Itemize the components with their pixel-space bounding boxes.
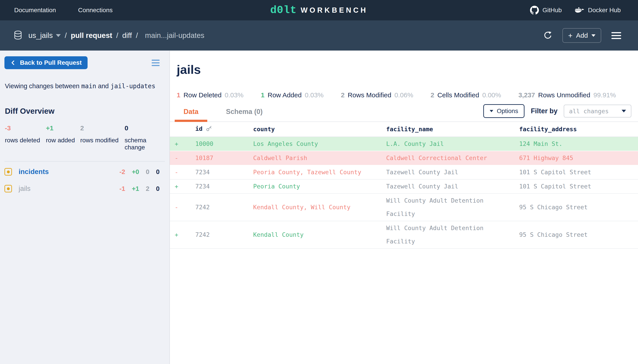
docker-icon <box>574 6 584 14</box>
cell-facility-name: Will County Adult Detention Facility <box>386 221 519 248</box>
github-link[interactable]: GitHub <box>530 6 562 15</box>
cell-facility-name: Will County Adult Detention Facility <box>386 194 519 221</box>
options-button-label: Options <box>497 108 518 114</box>
branch-to: jail-updates <box>110 82 155 90</box>
stat-rows-modified: 2 Rows Modified 0.06% <box>341 91 414 99</box>
diff-sidebar: Back to Pull Request Viewing changes bet… <box>0 50 170 364</box>
filter-select[interactable]: all changes <box>564 105 631 118</box>
table-row-modified-after: + 7242 Kendall County Will County Adult … <box>170 221 638 248</box>
stat-row-added: 1 Row Added 0.03% <box>261 91 324 99</box>
options-button[interactable]: Options <box>483 104 525 118</box>
top-navigation-bar: Documentation Connections d0lt WORKBENCH… <box>0 0 638 20</box>
breadcrumb-separator: / <box>116 31 118 40</box>
cell-county: Kendall County <box>253 221 386 248</box>
breadcrumb: us_jails / pull request / diff / main...… <box>13 30 204 41</box>
cell-id: 7242 <box>195 194 253 221</box>
cell-facility-address: 95 S Chicago Street <box>519 194 638 221</box>
dolt-workbench-logo: d0lt WORKBENCH <box>270 4 368 16</box>
cell-county: Peoria County, Tazewell County <box>253 165 386 179</box>
breadcrumb-pull-request[interactable]: pull request <box>71 31 112 40</box>
cell-facility-address: 101 S Capitol Street <box>519 179 638 194</box>
tab-data[interactable]: Data <box>175 108 207 122</box>
cell-facility-name: Tazewell County Jail <box>386 165 519 179</box>
sidebar-divider <box>4 161 165 162</box>
topbar-links: Documentation Connections <box>14 7 112 14</box>
cell-facility-address: 101 S Capitol Street <box>519 165 638 179</box>
breadcrumb-database[interactable]: us_jails <box>28 31 53 40</box>
table-row-added: + 10000 Los Angeles County L.A. County J… <box>170 137 638 151</box>
dockerhub-link-label: Docker Hub <box>588 7 621 14</box>
tab-schema[interactable]: Schema (0) <box>217 108 271 122</box>
cell-county: Kendall County, Will County <box>253 194 386 221</box>
cell-id: 7242 <box>195 221 253 248</box>
nav-connections[interactable]: Connections <box>78 7 112 14</box>
filter-by-label: Filter by <box>531 107 558 115</box>
cell-id: 10187 <box>195 151 253 165</box>
sidebar-table-jails[interactable]: jails -1 +1 2 0 <box>4 180 165 197</box>
diff-marker: - <box>170 194 195 221</box>
cell-county: Caldwell Parish <box>253 151 386 165</box>
add-button-label: Add <box>576 32 588 39</box>
diff-marker: + <box>170 137 195 151</box>
sidebar-table-incidents[interactable]: incidents -2 +0 0 0 <box>4 164 165 180</box>
add-button[interactable]: + Add <box>562 28 601 43</box>
cell-id: 7234 <box>195 165 253 179</box>
diff-main-panel: jails 1 Row Deleted 0.03% 1 Row Added 0.… <box>170 50 638 364</box>
workbench-logo-text: WORKBENCH <box>300 6 368 14</box>
diff-summary-stats: 1 Row Deleted 0.03% 1 Row Added 0.03% 2 … <box>177 91 638 99</box>
cell-facility-name: L.A. County Jail <box>386 137 519 151</box>
database-icon <box>13 30 22 41</box>
cell-facility-address: 124 Main St. <box>519 137 638 151</box>
topbar-external-links: GitHub Docker Hub <box>530 6 621 15</box>
back-button-label: Back to Pull Request <box>20 59 82 66</box>
cell-facility-name: Caldwell Correctional Center <box>386 151 519 165</box>
cell-facility-address: 671 Highway 845 <box>519 151 638 165</box>
table-name-link[interactable]: incidents <box>18 168 49 176</box>
diff-marker: - <box>170 151 195 165</box>
diff-overview-stats: -3 rows deleted +1 row added 2 rows modi… <box>4 124 165 151</box>
diff-marker: + <box>170 179 195 194</box>
column-header-facility-name: facility_name <box>386 122 519 137</box>
diff-data-table: id county facility_name facility_address… <box>170 122 638 249</box>
diff-overview-title: Diff Overview <box>4 107 165 116</box>
chevron-down-icon <box>622 110 626 112</box>
chevron-left-icon <box>10 60 16 66</box>
changed-tables-list: incidents -2 +0 0 0 jails -1 +1 2 0 <box>4 164 165 197</box>
refresh-icon[interactable] <box>543 31 552 40</box>
breadcrumb-separator: / <box>136 31 138 40</box>
chevron-down-icon[interactable] <box>56 34 61 37</box>
sidebar-menu-icon[interactable] <box>152 60 160 66</box>
table-name-current: jails <box>18 185 30 193</box>
back-to-pull-request-button[interactable]: Back to Pull Request <box>4 56 88 69</box>
table-diff-counts: -1 +1 2 0 <box>120 185 160 192</box>
cell-id: 10000 <box>195 137 253 151</box>
stat-rows-deleted: -3 rows deleted <box>5 124 46 151</box>
breadcrumb-separator: / <box>65 31 67 40</box>
stat-row-deleted: 1 Row Deleted 0.03% <box>177 91 244 99</box>
tab-bar: Data Schema (0) Options Filter by all ch… <box>170 104 638 122</box>
column-header-county: county <box>253 122 386 137</box>
stat-rows-unmodified: 3,237 Rows Unmodified 99.91% <box>518 91 616 99</box>
stat-rows-added: +1 row added <box>46 124 80 151</box>
main-menu-icon[interactable] <box>612 32 621 39</box>
cell-facility-name: Tazewell County Jail <box>386 179 519 194</box>
stat-rows-modified: 2 rows modified <box>80 124 124 151</box>
table-row-modified-before: - 7242 Kendall County, Will County Will … <box>170 194 638 221</box>
github-icon <box>530 6 539 15</box>
dockerhub-link[interactable]: Docker Hub <box>574 6 621 14</box>
chevron-down-icon <box>490 110 493 112</box>
filter-select-value: all changes <box>569 108 609 114</box>
diff-marker-column <box>170 122 195 137</box>
diff-marker: - <box>170 165 195 179</box>
breadcrumb-diff[interactable]: diff <box>122 31 132 40</box>
github-link-label: GitHub <box>542 7 562 14</box>
nav-documentation[interactable]: Documentation <box>14 7 56 14</box>
cell-county: Los Angeles County <box>253 137 386 151</box>
table-changed-icon <box>4 185 12 192</box>
primary-key-icon <box>206 123 212 136</box>
viewing-changes-text: Viewing changes between main and jail-up… <box>4 82 165 90</box>
dolt-logo-text: d0lt <box>270 4 296 16</box>
diff-marker: + <box>170 221 195 248</box>
breadcrumb-bar: us_jails / pull request / diff / main...… <box>0 20 638 50</box>
branch-from: main <box>81 82 96 90</box>
